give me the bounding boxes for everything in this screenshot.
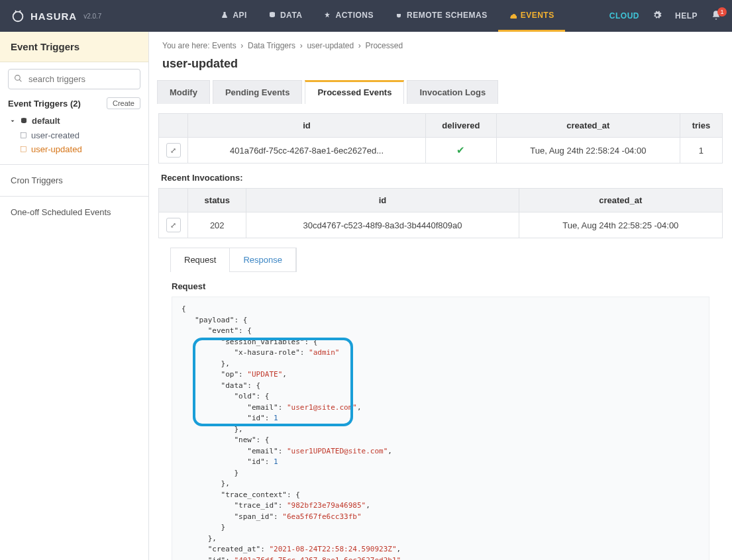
cloud-link[interactable]: CLOUD — [609, 11, 639, 21]
col-id[interactable]: id — [188, 114, 426, 138]
logo[interactable]: HASURA v2.0.7 — [11, 9, 101, 23]
svg-rect-4 — [21, 132, 26, 138]
collapse-row-button[interactable]: ⤢ — [166, 218, 181, 232]
help-link[interactable]: HELP — [675, 11, 698, 21]
brand-version: v2.0.7 — [83, 13, 101, 20]
collapse-row-button[interactable]: ⤢ — [166, 143, 181, 158]
request-label: Request — [158, 272, 723, 297]
plug-icon — [395, 11, 403, 19]
invocations-table: status id created_at ⤢ 202 30cd4767-c523… — [158, 188, 723, 238]
invocation-id: 30cd4767-c523-48f9-8a3d-3b4440f809a0 — [246, 212, 519, 238]
processed-events-table: id delivered created_at tries ⤢ 401a76df… — [158, 113, 723, 163]
create-trigger-button[interactable]: Create — [107, 97, 140, 109]
search-icon — [14, 74, 23, 85]
tab-processed-events[interactable]: Processed Events — [305, 80, 404, 104]
search-triggers-input[interactable] — [8, 69, 140, 89]
table-icon — [20, 146, 27, 153]
notifications-button[interactable]: 1 — [711, 10, 721, 23]
tab-pending-events[interactable]: Pending Events — [213, 80, 303, 104]
hasura-logo-icon — [11, 9, 25, 23]
nav-actions[interactable]: ACTIONS — [313, 0, 384, 32]
event-row: ⤢ 401a76df-75cc-4267-8ae1-6ec2627ed... ✔… — [159, 138, 723, 163]
invocation-created-at: Tue, Aug 24th 22:58:25 -04:00 — [519, 212, 722, 238]
invocation-status: 202 — [188, 212, 246, 238]
tab-modify[interactable]: Modify — [157, 80, 210, 104]
request-payload: { "payload": { "event": { "session_varia… — [172, 297, 709, 560]
invocation-row: ⤢ 202 30cd4767-c523-48f9-8a3d-3b4440f809… — [159, 212, 723, 238]
flask-icon — [221, 11, 229, 19]
breadcrumb-data-triggers[interactable]: Data Triggers — [248, 41, 295, 50]
sidebar-oneoff-events[interactable]: One-off Scheduled Events — [0, 196, 148, 228]
col-tries[interactable]: tries — [680, 114, 722, 138]
tab-response[interactable]: Response — [230, 248, 296, 272]
trigger-user-updated[interactable]: user-updated — [8, 142, 140, 156]
event-id: 401a76df-75cc-4267-8ae1-6ec2627ed... — [188, 138, 426, 163]
nav-events[interactable]: EVENTS — [498, 0, 565, 32]
tab-request[interactable]: Request — [171, 248, 230, 272]
page-title: user-updated — [149, 56, 732, 80]
gear-icon — [653, 11, 662, 20]
nav-data[interactable]: DATA — [258, 0, 313, 32]
breadcrumb-processed: Processed — [365, 41, 403, 50]
nav-api[interactable]: API — [210, 0, 258, 32]
svg-rect-5 — [21, 146, 26, 152]
settings-button[interactable] — [653, 11, 662, 22]
notification-badge: 1 — [717, 7, 727, 17]
sidebar-heading: Event Triggers — [0, 32, 148, 62]
event-created-at: Tue, Aug 24th 22:58:24 -04:00 — [496, 138, 680, 163]
col-created-at[interactable]: created_at — [496, 114, 680, 138]
breadcrumb-events[interactable]: Events — [212, 41, 236, 50]
trigger-user-created[interactable]: user-created — [8, 128, 140, 142]
col-status[interactable]: status — [188, 189, 246, 212]
table-icon — [20, 132, 27, 139]
schema-default[interactable]: default — [8, 113, 140, 128]
col-invocation-created-at[interactable]: created_at — [519, 189, 722, 212]
database-icon — [268, 11, 276, 19]
check-icon: ✔ — [456, 144, 465, 156]
brand-name: HASURA — [30, 11, 77, 22]
svg-point-2 — [15, 75, 21, 80]
cloud-icon — [509, 11, 517, 19]
triggers-count-label: Event Triggers (2) — [8, 99, 81, 109]
col-invocation-id[interactable]: id — [246, 189, 519, 212]
col-delivered[interactable]: delivered — [426, 114, 497, 138]
sidebar-cron-triggers[interactable]: Cron Triggers — [0, 164, 148, 196]
svg-point-0 — [13, 12, 23, 22]
breadcrumb: You are here: Events › Data Triggers › u… — [149, 32, 732, 56]
nav-remote-schemas[interactable]: REMOTE SCHEMAS — [384, 0, 498, 32]
actions-icon — [323, 11, 331, 19]
chevron-down-icon — [9, 118, 16, 124]
event-tries: 1 — [680, 138, 722, 163]
recent-invocations-label: Recent Invocations: — [158, 163, 723, 188]
database-icon — [20, 117, 28, 125]
breadcrumb-user-updated[interactable]: user-updated — [307, 41, 354, 50]
tab-invocation-logs[interactable]: Invocation Logs — [407, 80, 498, 104]
